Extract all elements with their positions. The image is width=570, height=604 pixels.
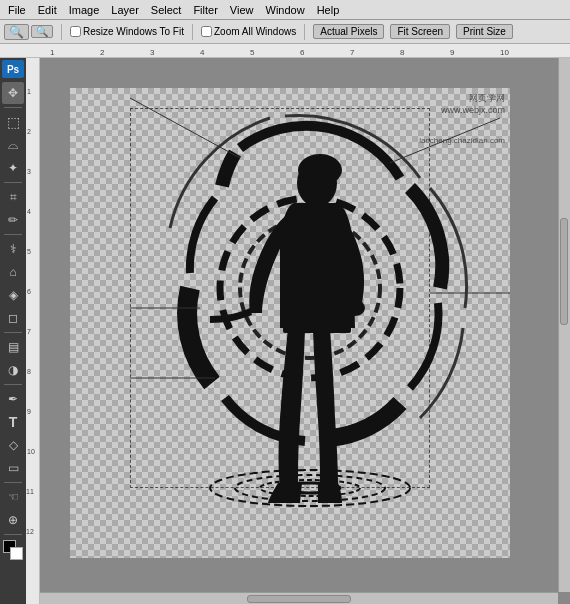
fit-screen-button[interactable]: Fit Screen xyxy=(390,24,450,39)
svg-point-14 xyxy=(345,300,365,316)
zoom-tool-options: 🔍 🔍 xyxy=(4,24,53,40)
healing-tool[interactable]: ⚕ xyxy=(2,238,24,260)
watermark-line2: www.webjx.com xyxy=(419,105,505,117)
canvas-wrapper: 1 2 3 4 5 6 7 8 9 10 11 12 xyxy=(26,58,570,604)
vscroll-thumb[interactable] xyxy=(560,218,568,325)
brush-tool[interactable]: ⌂ xyxy=(2,261,24,283)
divider-1 xyxy=(61,24,62,40)
menu-window[interactable]: Window xyxy=(260,2,311,18)
ruler-v-4: 4 xyxy=(27,208,31,215)
magic-wand-tool[interactable]: ✦ xyxy=(2,157,24,179)
ruler-v-8: 8 xyxy=(27,368,31,375)
ruler-mark-1: 1 xyxy=(50,48,54,57)
lasso-tool[interactable]: ⌓ xyxy=(2,134,24,156)
ruler-v-1: 1 xyxy=(27,88,31,95)
ruler-mark-6: 6 xyxy=(300,48,304,57)
ruler-v-7: 7 xyxy=(27,328,31,335)
path-select-tool[interactable]: ◇ xyxy=(2,434,24,456)
zoom-tool[interactable]: ⊕ xyxy=(2,509,24,531)
print-size-button[interactable]: Print Size xyxy=(456,24,513,39)
ps-logo: Ps xyxy=(2,60,24,78)
ruler-v-6: 6 xyxy=(27,288,31,295)
ruler-v-11: 11 xyxy=(26,488,34,495)
watermark: 网页学网 www.webjx.com laocheng.chazidian.co… xyxy=(419,93,505,147)
shape-tool[interactable]: ▭ xyxy=(2,457,24,479)
watermark-line1: 网页学网 xyxy=(419,93,505,105)
zoom-all-label[interactable]: Zoom All Windows xyxy=(201,26,296,37)
move-tool[interactable]: ✥ xyxy=(2,82,24,104)
menu-edit[interactable]: Edit xyxy=(32,2,63,18)
tool-separator-6 xyxy=(4,482,22,483)
crop-tool[interactable]: ⌗ xyxy=(2,186,24,208)
divider-3 xyxy=(304,24,305,40)
ruler-mark-8: 8 xyxy=(400,48,404,57)
resize-windows-checkbox[interactable] xyxy=(70,26,81,37)
toolbar: Ps ✥ ⬚ ⌓ ✦ ⌗ ✏ ⚕ ⌂ ◈ ◻ ▤ ◑ ✒ T ◇ ▭ ☜ ⊕ xyxy=(0,58,26,604)
ruler-v-3: 3 xyxy=(27,168,31,175)
menu-image[interactable]: Image xyxy=(63,2,106,18)
ruler-mark-3: 3 xyxy=(150,48,154,57)
ruler-mark-7: 7 xyxy=(350,48,354,57)
menubar: File Edit Image Layer Select Filter View… xyxy=(0,0,570,20)
color-swatches[interactable] xyxy=(3,540,23,560)
dodge-tool[interactable]: ◑ xyxy=(2,359,24,381)
menu-select[interactable]: Select xyxy=(145,2,188,18)
menu-file[interactable]: File xyxy=(2,2,32,18)
clone-tool[interactable]: ◈ xyxy=(2,284,24,306)
zoom-all-text: Zoom All Windows xyxy=(214,26,296,37)
menu-filter[interactable]: Filter xyxy=(187,2,223,18)
optionsbar: 🔍 🔍 Resize Windows To Fit Zoom All Windo… xyxy=(0,20,570,44)
zoom-in-button[interactable]: 🔍 xyxy=(4,24,29,40)
marquee-tool[interactable]: ⬚ xyxy=(2,111,24,133)
canvas-content: 网页学网 www.webjx.com laocheng.chazidian.co… xyxy=(70,88,510,558)
tool-separator-2 xyxy=(4,182,22,183)
svg-point-12 xyxy=(298,154,342,186)
ruler-v-5: 5 xyxy=(27,248,31,255)
menu-help[interactable]: Help xyxy=(311,2,346,18)
svg-line-2 xyxy=(130,98,240,158)
ruler-vertical: 1 2 3 4 5 6 7 8 9 10 11 12 xyxy=(26,58,40,604)
resize-windows-label[interactable]: Resize Windows To Fit xyxy=(70,26,184,37)
zoom-out-button[interactable]: 🔍 xyxy=(31,25,53,38)
menu-layer[interactable]: Layer xyxy=(105,2,145,18)
tool-separator-4 xyxy=(4,332,22,333)
actual-pixels-button[interactable]: Actual Pixels xyxy=(313,24,384,39)
divider-2 xyxy=(192,24,193,40)
ruler-v-12: 12 xyxy=(26,528,34,535)
resize-windows-text: Resize Windows To Fit xyxy=(83,26,184,37)
main-area: Ps ✥ ⬚ ⌓ ✦ ⌗ ✏ ⚕ ⌂ ◈ ◻ ▤ ◑ ✒ T ◇ ▭ ☜ ⊕ xyxy=(0,58,570,604)
vertical-scrollbar[interactable] xyxy=(558,58,570,592)
ruler-mark-5: 5 xyxy=(250,48,254,57)
gradient-tool[interactable]: ▤ xyxy=(2,336,24,358)
hscroll-thumb[interactable] xyxy=(247,595,351,603)
pen-tool[interactable]: ✒ xyxy=(2,388,24,410)
horizontal-scrollbar[interactable] xyxy=(40,592,558,604)
watermark-line3: laocheng.chazidian.com xyxy=(419,136,505,146)
ruler-mark-10: 10 xyxy=(500,48,509,57)
tool-separator-1 xyxy=(4,107,22,108)
tool-separator-7 xyxy=(4,534,22,535)
ruler-v-10: 10 xyxy=(27,448,35,455)
svg-point-8 xyxy=(235,475,385,501)
ruler-horizontal: 1 2 3 4 5 6 7 8 9 10 xyxy=(0,44,570,58)
canvas-with-ruler: 1 2 3 4 5 6 7 8 9 10 11 12 xyxy=(26,58,570,604)
ruler-v-2: 2 xyxy=(27,128,31,135)
eraser-tool[interactable]: ◻ xyxy=(2,307,24,329)
ruler-mark-2: 2 xyxy=(100,48,104,57)
ruler-mark-4: 4 xyxy=(200,48,204,57)
canvas-area[interactable]: 网页学网 www.webjx.com laocheng.chazidian.co… xyxy=(40,58,570,604)
menu-view[interactable]: View xyxy=(224,2,260,18)
ruler-mark-9: 9 xyxy=(450,48,454,57)
text-tool[interactable]: T xyxy=(2,411,24,433)
eyedropper-tool[interactable]: ✏ xyxy=(2,209,24,231)
artwork-svg xyxy=(70,88,510,558)
ruler-v-9: 9 xyxy=(27,408,31,415)
hand-tool[interactable]: ☜ xyxy=(2,486,24,508)
tool-separator-3 xyxy=(4,234,22,235)
tool-separator-5 xyxy=(4,384,22,385)
zoom-all-checkbox[interactable] xyxy=(201,26,212,37)
